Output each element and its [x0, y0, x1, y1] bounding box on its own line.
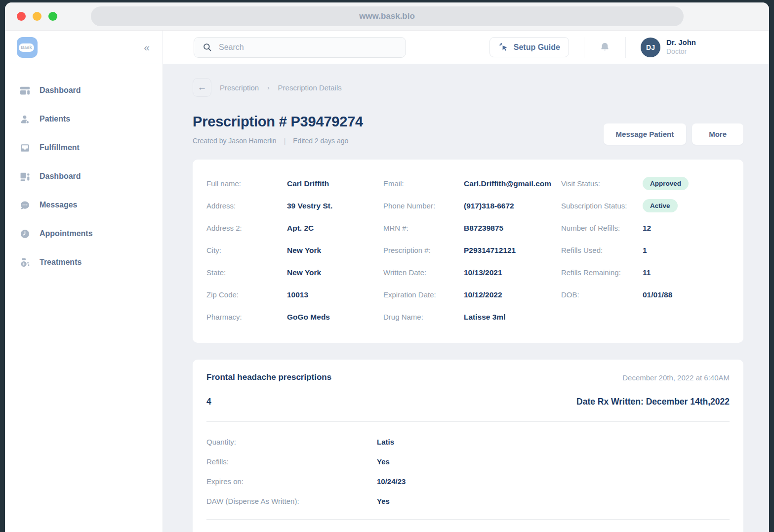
page-content: ← Prescription › Prescription Details Pr… [163, 64, 769, 532]
prescription-details-card: Full name: Carl Driffith Email: Carl.Dri… [193, 160, 743, 343]
rx-count: 4 [206, 397, 211, 407]
field-label: Prescription #: [383, 246, 464, 254]
chevron-right-icon: › [267, 84, 269, 91]
app-logo[interactable]: Bask [17, 37, 38, 58]
field-label: Drug Name: [383, 313, 464, 321]
field-label: Zip Code: [206, 290, 287, 299]
sidebar-item-label: Patients [40, 115, 70, 123]
address-bar[interactable]: www.bask.bio [91, 6, 684, 26]
browser-chrome: www.bask.bio [5, 2, 769, 31]
field-label: Pharmacy: [206, 313, 287, 321]
dashboard-columns-icon [20, 85, 30, 96]
minimize-window-icon[interactable] [33, 12, 41, 21]
breadcrumb-prescription-details[interactable]: Prescription Details [278, 83, 342, 92]
topbar-divider [584, 37, 584, 58]
logo-pill: Bask [19, 43, 34, 52]
field-value: Yes [377, 457, 730, 466]
field-label: City: [206, 246, 287, 254]
sidebar-item-dashboard-2[interactable]: Dashboard [5, 162, 163, 191]
patients-icon [20, 114, 30, 124]
breadcrumb-prescription[interactable]: Prescription [220, 83, 259, 92]
field-label: DAW (Dispense As Written): [206, 497, 377, 505]
sidebar-item-appointments[interactable]: Appointments [5, 219, 163, 248]
field-label: Address 2: [206, 224, 287, 232]
field-value: New York [287, 246, 383, 255]
field-value: New York [287, 268, 383, 277]
field-label: Phone Number: [383, 202, 464, 210]
notifications-button[interactable] [599, 41, 611, 53]
clock-icon [20, 229, 30, 239]
field-value: Apt. 2C [287, 224, 383, 233]
sidebar-item-treatments[interactable]: Treatments [5, 248, 163, 277]
field-value: Carl.Driffith@gmail.com [464, 179, 561, 188]
setup-guide-label: Setup Guide [514, 43, 560, 52]
bell-icon [599, 41, 611, 53]
field-label: Quantity: [206, 438, 377, 446]
status-badge: Approved [643, 177, 689, 190]
fulfillment-inbox-icon [20, 143, 30, 153]
field-label: Expiration Date: [383, 290, 464, 299]
field-label: Written Date: [383, 268, 464, 277]
rx-card: Frontal headache prescriptions December … [193, 360, 743, 532]
field-value: 01/01/88 [643, 290, 730, 299]
field-value: 12 [643, 224, 730, 233]
field-label: Refills Remaining: [561, 268, 643, 277]
sidebar-item-dashboard[interactable]: Dashboard [5, 76, 163, 105]
field-value: P29314712121 [464, 246, 561, 255]
sidebar-item-patients[interactable]: Patients [5, 105, 163, 133]
edited-text: Edited 2 days ago [293, 137, 348, 145]
rx-card-timestamp: December 20th, 2022 at 6:40AM [622, 373, 730, 382]
field-value: 10/13/2021 [464, 268, 561, 277]
field-value: B87239875 [464, 224, 561, 233]
sidebar-collapse-icon[interactable]: « [144, 42, 150, 52]
avatar: DJ [641, 38, 660, 57]
field-value: Carl Driffith [287, 179, 383, 188]
field-value: Latis [377, 438, 730, 446]
treatments-pill-icon [20, 257, 30, 268]
field-value: (917)318-6672 [464, 202, 561, 210]
field-label: Full name: [206, 179, 287, 188]
sidebar-item-label: Messages [40, 201, 78, 209]
created-by-text: Created by Jason Hamerlin [193, 137, 277, 145]
field-value: 11 [643, 268, 730, 277]
search-box[interactable] [194, 37, 406, 58]
zoom-window-icon[interactable] [48, 12, 57, 21]
field-value: Yes [377, 497, 730, 505]
topbar-divider [625, 37, 626, 58]
setup-guide-button[interactable]: Setup Guide [489, 37, 569, 57]
field-value: 10/12/2022 [464, 290, 561, 299]
sidebar-item-messages[interactable]: Messages [5, 191, 163, 219]
message-patient-button[interactable]: Message Patient [604, 123, 687, 145]
field-label: MRN #: [383, 224, 464, 232]
close-window-icon[interactable] [17, 12, 26, 21]
sidebar-item-label: Fulfillment [40, 143, 80, 152]
sidebar-header: Bask « [5, 31, 163, 64]
field-value: 1 [643, 246, 730, 255]
divider [206, 421, 730, 422]
url-text: www.bask.bio [359, 11, 415, 21]
field-label: Expires on: [206, 477, 377, 486]
field-label: Refills: [206, 457, 377, 466]
field-label: DOB: [561, 290, 643, 299]
user-menu[interactable]: DJ Dr. John Doctor [641, 38, 696, 57]
back-arrow-icon: ← [198, 82, 207, 93]
sidebar-item-fulfillment[interactable]: Fulfillment [5, 133, 163, 162]
breadcrumb: ← Prescription › Prescription Details [193, 78, 743, 97]
window-controls [17, 12, 57, 21]
sidebar-item-label: Dashboard [40, 86, 81, 95]
back-button[interactable]: ← [193, 78, 211, 97]
rx-card-title: Frontal headache prescriptions [206, 372, 331, 382]
field-label: Email: [383, 179, 464, 188]
divider [206, 519, 730, 520]
user-role: Doctor [666, 47, 696, 56]
rx-row: DAW (Dispense As Written): Yes [206, 491, 730, 511]
field-label: Subscription Status: [561, 202, 643, 210]
sidebar-nav: Dashboard Patients Fulfillment [5, 64, 163, 277]
rx-row: Refills: Yes [206, 451, 730, 471]
search-icon [203, 42, 212, 52]
browser-window: www.bask.bio Bask « Dashboard [5, 2, 769, 532]
field-label: Visit Status: [561, 179, 643, 188]
more-button[interactable]: More [692, 123, 743, 145]
field-value: 39 Vestry St. [287, 202, 383, 210]
search-input[interactable] [219, 43, 397, 52]
